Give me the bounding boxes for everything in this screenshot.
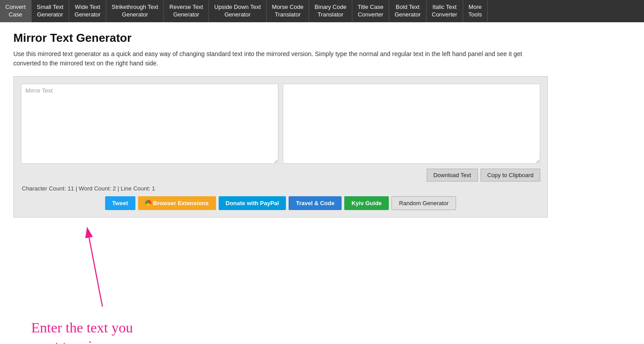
travel-button[interactable]: Travel & Code: [289, 196, 342, 210]
word-count-label: Word Count:: [79, 185, 111, 192]
action-buttons: Tweet Browser Extensions Donate with Pay…: [21, 196, 540, 210]
extensions-button[interactable]: Browser Extensions: [138, 196, 216, 210]
separator-1: |: [76, 185, 79, 192]
annotation-line1: Enter the text you: [31, 320, 133, 336]
nav-italic-text[interactable]: Italic TextConverter: [427, 0, 463, 22]
paypal-button[interactable]: Donate with PayPal: [219, 196, 286, 210]
download-button[interactable]: Download Text: [427, 169, 478, 182]
textareas-row: Mirror Text: [21, 84, 540, 165]
nav-convert-case[interactable]: ConvertCase: [0, 0, 32, 22]
page-title: Mirror Text Generator: [13, 31, 610, 45]
nav-upside-down[interactable]: Upside Down TextGenerator: [209, 0, 267, 22]
extensions-label: Browser Extensions: [153, 200, 209, 206]
stats-row: Character Count: 11 | Word Count: 2 | Li…: [21, 185, 540, 192]
char-count-value: 11: [68, 185, 74, 192]
line-count-value: 1: [152, 185, 155, 192]
input-textarea[interactable]: [21, 84, 278, 164]
line-count-label: Line Count:: [121, 185, 151, 192]
main-content: Mirror Text Generator Use this mirrored …: [0, 22, 624, 344]
annotation-line2: want to mirror: [31, 338, 114, 344]
nav-reverse-text[interactable]: Reverse TextGenerator: [164, 0, 209, 22]
nav-wide-text[interactable]: Wide TextGenerator: [69, 0, 106, 22]
chrome-icon: [145, 200, 151, 206]
output-textarea[interactable]: [283, 84, 540, 164]
clipboard-button[interactable]: Copy to Clipboard: [481, 169, 540, 182]
main-navigation: ConvertCase Small TextGenerator Wide Tex…: [0, 0, 644, 22]
nav-strikethrough[interactable]: Strikethrough TextGenerator: [106, 0, 164, 22]
kyiv-button[interactable]: Kyiv Guide: [344, 196, 389, 210]
separator-2: |: [118, 185, 121, 192]
annotation-text: Enter the text you want to mirror: [31, 319, 133, 344]
random-button[interactable]: Random Generator: [391, 196, 456, 210]
nav-title-case[interactable]: Title CaseConverter: [352, 0, 389, 22]
char-count-label: Character Count:: [22, 185, 66, 192]
output-buttons-row: Download Text Copy to Clipboard: [21, 169, 540, 182]
annotation-area: Enter the text you want to mirror: [13, 222, 610, 344]
page-description: Use this mirrored text generator as a qu…: [13, 49, 526, 68]
nav-small-text[interactable]: Small TextGenerator: [32, 0, 69, 22]
nav-morse-code[interactable]: Morse CodeTranslator: [267, 0, 310, 22]
nav-binary-code[interactable]: Binary CodeTranslator: [309, 0, 352, 22]
output-area: [283, 84, 540, 165]
nav-bold-text[interactable]: Bold TextGenerator: [389, 0, 427, 22]
word-count-value: 2: [113, 185, 116, 192]
tweet-button[interactable]: Tweet: [105, 196, 135, 210]
svg-line-1: [89, 238, 102, 307]
input-area: Mirror Text: [21, 84, 278, 165]
nav-more-tools[interactable]: MoreTools: [463, 0, 488, 22]
tool-container: Mirror Text Download Text Copy to Clipbo…: [13, 76, 548, 218]
